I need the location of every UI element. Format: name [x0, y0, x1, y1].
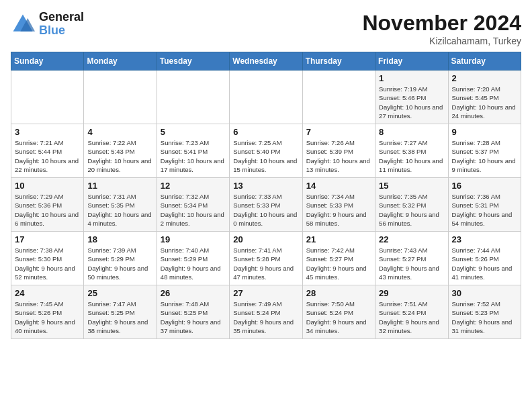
calendar-cell: 10Sunrise: 7:29 AM Sunset: 5:36 PM Dayli…	[11, 178, 84, 232]
day-number: 7	[306, 127, 371, 137]
calendar-cell: 11Sunrise: 7:31 AM Sunset: 5:35 PM Dayli…	[84, 178, 157, 232]
calendar-cell: 12Sunrise: 7:32 AM Sunset: 5:34 PM Dayli…	[157, 178, 229, 232]
day-info: Sunrise: 7:31 AM Sunset: 5:35 PM Dayligh…	[87, 192, 152, 228]
calendar-cell	[302, 71, 375, 124]
day-number: 24	[15, 288, 80, 298]
day-info: Sunrise: 7:50 AM Sunset: 5:24 PM Dayligh…	[306, 300, 371, 335]
day-info: Sunrise: 7:48 AM Sunset: 5:25 PM Dayligh…	[161, 300, 226, 335]
logo: GeneralBlue	[11, 11, 84, 38]
day-number: 5	[161, 127, 226, 137]
logo-text: GeneralBlue	[39, 11, 84, 38]
day-info: Sunrise: 7:32 AM Sunset: 5:34 PM Dayligh…	[161, 192, 226, 228]
calendar-cell: 24Sunrise: 7:45 AM Sunset: 5:26 PM Dayli…	[11, 285, 84, 339]
calendar-cell: 8Sunrise: 7:27 AM Sunset: 5:38 PM Daylig…	[375, 124, 448, 178]
day-number: 26	[161, 288, 226, 298]
calendar-cell: 17Sunrise: 7:38 AM Sunset: 5:30 PM Dayli…	[11, 232, 84, 285]
day-number: 15	[379, 181, 444, 191]
calendar-cell	[11, 71, 84, 124]
month-title: November 2024	[362, 11, 521, 36]
day-number: 2	[452, 73, 517, 83]
day-info: Sunrise: 7:27 AM Sunset: 5:38 PM Dayligh…	[379, 138, 444, 174]
day-number: 4	[87, 127, 152, 137]
day-info: Sunrise: 7:22 AM Sunset: 5:43 PM Dayligh…	[87, 138, 152, 174]
calendar-cell: 15Sunrise: 7:35 AM Sunset: 5:32 PM Dayli…	[375, 178, 448, 232]
page-header: GeneralBlue November 2024 Kizilcahamam, …	[11, 11, 521, 46]
day-number: 19	[161, 234, 226, 244]
day-info: Sunrise: 7:38 AM Sunset: 5:30 PM Dayligh…	[15, 246, 80, 281]
day-info: Sunrise: 7:28 AM Sunset: 5:37 PM Dayligh…	[452, 138, 517, 174]
day-info: Sunrise: 7:20 AM Sunset: 5:45 PM Dayligh…	[452, 85, 517, 120]
calendar-cell: 20Sunrise: 7:41 AM Sunset: 5:28 PM Dayli…	[230, 232, 302, 285]
calendar-cell: 1Sunrise: 7:19 AM Sunset: 5:46 PM Daylig…	[375, 71, 448, 124]
calendar-cell: 6Sunrise: 7:25 AM Sunset: 5:40 PM Daylig…	[230, 124, 302, 178]
calendar-cell: 26Sunrise: 7:48 AM Sunset: 5:25 PM Dayli…	[157, 285, 229, 339]
day-info: Sunrise: 7:42 AM Sunset: 5:27 PM Dayligh…	[306, 246, 371, 281]
col-header-sunday: Sunday	[11, 52, 84, 71]
calendar-cell: 3Sunrise: 7:21 AM Sunset: 5:44 PM Daylig…	[11, 124, 84, 178]
day-number: 13	[233, 181, 298, 191]
calendar-cell: 21Sunrise: 7:42 AM Sunset: 5:27 PM Dayli…	[302, 232, 375, 285]
col-header-monday: Monday	[84, 52, 157, 71]
logo-icon	[11, 12, 35, 36]
day-number: 27	[233, 288, 298, 298]
day-info: Sunrise: 7:23 AM Sunset: 5:41 PM Dayligh…	[161, 138, 226, 174]
calendar-cell: 23Sunrise: 7:44 AM Sunset: 5:26 PM Dayli…	[448, 232, 521, 285]
day-number: 20	[233, 234, 298, 244]
day-info: Sunrise: 7:39 AM Sunset: 5:29 PM Dayligh…	[87, 246, 152, 281]
day-number: 9	[452, 127, 517, 137]
day-info: Sunrise: 7:51 AM Sunset: 5:24 PM Dayligh…	[379, 300, 444, 335]
calendar-cell: 22Sunrise: 7:43 AM Sunset: 5:27 PM Dayli…	[375, 232, 448, 285]
day-number: 12	[161, 181, 226, 191]
day-info: Sunrise: 7:43 AM Sunset: 5:27 PM Dayligh…	[379, 246, 444, 281]
calendar-cell: 9Sunrise: 7:28 AM Sunset: 5:37 PM Daylig…	[448, 124, 521, 178]
calendar-cell: 27Sunrise: 7:49 AM Sunset: 5:24 PM Dayli…	[230, 285, 302, 339]
calendar-cell: 25Sunrise: 7:47 AM Sunset: 5:25 PM Dayli…	[84, 285, 157, 339]
calendar-cell: 30Sunrise: 7:52 AM Sunset: 5:23 PM Dayli…	[448, 285, 521, 339]
day-info: Sunrise: 7:34 AM Sunset: 5:33 PM Dayligh…	[306, 192, 371, 228]
col-header-tuesday: Tuesday	[157, 52, 229, 71]
col-header-thursday: Thursday	[302, 52, 375, 71]
day-info: Sunrise: 7:52 AM Sunset: 5:23 PM Dayligh…	[452, 300, 517, 335]
day-number: 30	[452, 288, 517, 298]
calendar-cell: 28Sunrise: 7:50 AM Sunset: 5:24 PM Dayli…	[302, 285, 375, 339]
day-number: 6	[233, 127, 298, 137]
day-info: Sunrise: 7:26 AM Sunset: 5:39 PM Dayligh…	[306, 138, 371, 174]
day-number: 1	[379, 73, 444, 83]
day-number: 21	[306, 234, 371, 244]
day-info: Sunrise: 7:33 AM Sunset: 5:33 PM Dayligh…	[233, 192, 298, 228]
calendar-cell: 2Sunrise: 7:20 AM Sunset: 5:45 PM Daylig…	[448, 71, 521, 124]
day-info: Sunrise: 7:36 AM Sunset: 5:31 PM Dayligh…	[452, 192, 517, 228]
day-info: Sunrise: 7:45 AM Sunset: 5:26 PM Dayligh…	[15, 300, 80, 335]
day-number: 11	[87, 181, 152, 191]
calendar-cell: 7Sunrise: 7:26 AM Sunset: 5:39 PM Daylig…	[302, 124, 375, 178]
location-subtitle: Kizilcahamam, Turkey	[362, 36, 521, 46]
day-number: 16	[452, 181, 517, 191]
day-info: Sunrise: 7:29 AM Sunset: 5:36 PM Dayligh…	[15, 192, 80, 228]
day-info: Sunrise: 7:47 AM Sunset: 5:25 PM Dayligh…	[87, 300, 152, 335]
day-number: 23	[452, 234, 517, 244]
calendar-cell: 14Sunrise: 7:34 AM Sunset: 5:33 PM Dayli…	[302, 178, 375, 232]
calendar-cell: 16Sunrise: 7:36 AM Sunset: 5:31 PM Dayli…	[448, 178, 521, 232]
day-info: Sunrise: 7:35 AM Sunset: 5:32 PM Dayligh…	[379, 192, 444, 228]
day-info: Sunrise: 7:41 AM Sunset: 5:28 PM Dayligh…	[233, 246, 298, 281]
day-number: 3	[15, 127, 80, 137]
day-info: Sunrise: 7:19 AM Sunset: 5:46 PM Dayligh…	[379, 85, 444, 120]
day-number: 14	[306, 181, 371, 191]
col-header-friday: Friday	[375, 52, 448, 71]
calendar-cell: 19Sunrise: 7:40 AM Sunset: 5:29 PM Dayli…	[157, 232, 229, 285]
calendar-cell	[157, 71, 229, 124]
day-info: Sunrise: 7:40 AM Sunset: 5:29 PM Dayligh…	[161, 246, 226, 281]
day-number: 29	[379, 288, 444, 298]
title-block: November 2024 Kizilcahamam, Turkey	[362, 11, 521, 46]
day-number: 10	[15, 181, 80, 191]
day-info: Sunrise: 7:44 AM Sunset: 5:26 PM Dayligh…	[452, 246, 517, 281]
day-number: 18	[87, 234, 152, 244]
day-info: Sunrise: 7:21 AM Sunset: 5:44 PM Dayligh…	[15, 138, 80, 174]
calendar-cell: 5Sunrise: 7:23 AM Sunset: 5:41 PM Daylig…	[157, 124, 229, 178]
col-header-saturday: Saturday	[448, 52, 521, 71]
calendar-cell: 4Sunrise: 7:22 AM Sunset: 5:43 PM Daylig…	[84, 124, 157, 178]
calendar-table: SundayMondayTuesdayWednesdayThursdayFrid…	[11, 52, 521, 339]
col-header-wednesday: Wednesday	[230, 52, 302, 71]
calendar-cell: 18Sunrise: 7:39 AM Sunset: 5:29 PM Dayli…	[84, 232, 157, 285]
day-info: Sunrise: 7:25 AM Sunset: 5:40 PM Dayligh…	[233, 138, 298, 174]
